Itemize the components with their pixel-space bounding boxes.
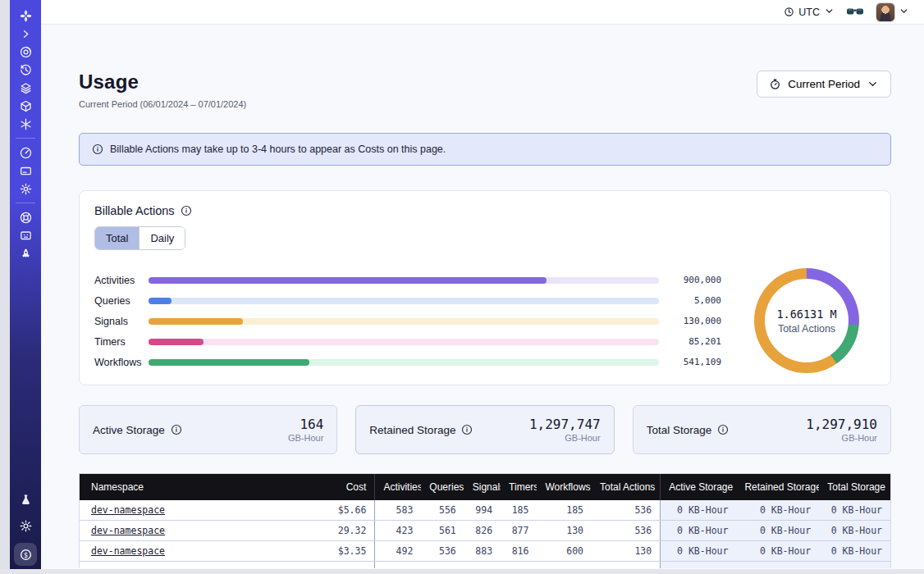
info-icon[interactable] xyxy=(461,424,473,435)
col-signals: Signals xyxy=(464,474,501,500)
bar-label: Timers xyxy=(94,336,142,348)
cell-activities: 583 xyxy=(375,500,421,521)
cell-active-storage: 0 KB-Hour xyxy=(661,500,737,521)
labs-flask-icon[interactable] xyxy=(15,490,36,508)
cell-total-actions: 130 xyxy=(592,541,661,562)
usage-gauge-icon[interactable] xyxy=(15,144,36,162)
layers-icon[interactable] xyxy=(15,79,36,97)
window-gutter xyxy=(0,0,10,574)
col-queries: Queries xyxy=(421,474,464,500)
col-retained-storage: Retained Storage xyxy=(736,474,819,500)
timezone-selector[interactable]: UTC xyxy=(784,6,835,19)
bar-value: 85,201 xyxy=(670,336,721,347)
bottom-scroll-strip[interactable] xyxy=(0,569,924,574)
chevron-down-icon xyxy=(867,78,879,90)
total-actions-donut: 1.66131 M Total Actions xyxy=(738,268,876,373)
info-icon[interactable] xyxy=(171,424,182,435)
col-cost: Cost xyxy=(296,474,375,500)
asterisk-icon[interactable] xyxy=(15,115,36,133)
col-namespace: Namespace xyxy=(80,474,296,500)
cell-activities: 492 xyxy=(375,541,421,562)
page-subtitle: Current Period (06/01/2024 – 07/01/2024) xyxy=(79,99,246,109)
total-storage-card: Total Storage 1,297,910 GB-Hour xyxy=(633,405,891,454)
bar-label: Signals xyxy=(94,316,142,327)
cell-timers: 816 xyxy=(501,541,537,562)
avatar xyxy=(876,2,895,22)
sidebar-bottom-group: $ xyxy=(14,490,37,566)
retained-storage-value: 1,297,747 xyxy=(529,417,601,432)
cell-activities: 423 xyxy=(375,521,421,541)
settings-gear-icon[interactable] xyxy=(15,180,36,198)
table-header-row: Namespace Cost Activities Queries Signal… xyxy=(80,474,890,500)
cell-total-storage: 0 KB-Hour xyxy=(819,500,890,521)
billable-actions-title: Billable Actions xyxy=(94,204,175,217)
namespace-link[interactable]: dev-namespace xyxy=(91,545,165,557)
bar-value: 5,000 xyxy=(670,295,721,306)
bar-row-signals: Signals 130,000 xyxy=(94,311,721,331)
cell-queries: 556 xyxy=(421,500,464,521)
tab-daily[interactable]: Daily xyxy=(139,227,185,249)
collapse-chevron-icon[interactable] xyxy=(15,25,36,43)
timezone-label: UTC xyxy=(798,7,820,18)
table-row-partial xyxy=(80,562,890,568)
feedback-monitor-icon[interactable] xyxy=(15,226,36,244)
chevron-down-icon xyxy=(899,5,909,20)
cell-active-storage: 0 KB-Hour xyxy=(661,541,737,562)
info-icon[interactable] xyxy=(181,205,192,216)
info-icon xyxy=(92,144,103,155)
table-row: dev-namespace $5.66 583 556 994 185 185 … xyxy=(80,500,890,521)
cell-queries: 561 xyxy=(421,521,464,541)
bar-row-workflows: Workflows 541,109 xyxy=(94,352,721,372)
support-lifebuoy-icon[interactable] xyxy=(15,208,36,226)
cell-total-storage: 0 KB-Hour xyxy=(819,521,890,541)
cell-cost: $3.35 xyxy=(296,541,375,562)
rocket-icon[interactable] xyxy=(15,244,36,262)
billable-actions-banner: Billable Actions may take up to 3-4 hour… xyxy=(79,133,891,166)
bar-label: Queries xyxy=(94,295,142,307)
billing-card-icon[interactable] xyxy=(15,162,36,180)
page-title: Usage xyxy=(79,71,246,93)
namespace-link[interactable]: dev-namespace xyxy=(91,525,165,536)
cell-active-storage: 0 KB-Hour xyxy=(661,521,737,541)
current-period-dropdown[interactable]: Current Period xyxy=(757,71,891,98)
cell-retained-storage: 0 KB-Hour xyxy=(736,500,819,521)
account-menu[interactable] xyxy=(876,2,909,22)
temporal-logo-icon[interactable] xyxy=(15,7,36,25)
cell-workflows: 185 xyxy=(537,500,592,521)
topbar: UTC xyxy=(41,0,924,25)
cell-total-actions: 536 xyxy=(592,500,661,521)
cell-timers: 877 xyxy=(501,521,537,541)
col-workflows: Workflows xyxy=(537,474,592,500)
stopwatch-icon xyxy=(769,78,781,90)
col-activities: Activities xyxy=(375,474,421,500)
cell-retained-storage: 0 KB-Hour xyxy=(736,541,819,562)
bar-row-timers: Timers 85,201 xyxy=(94,331,721,352)
bar-fill xyxy=(149,339,204,345)
period-button-label: Current Period xyxy=(788,78,860,90)
col-total-storage: Total Storage xyxy=(819,474,890,500)
cube-icon[interactable] xyxy=(15,97,36,115)
table-row: dev-namespace $3.35 492 536 883 816 600 … xyxy=(80,541,890,562)
svg-text:$: $ xyxy=(23,551,27,558)
banner-text: Billable Actions may take up to 3-4 hour… xyxy=(110,144,446,155)
info-icon[interactable] xyxy=(717,424,729,435)
glasses-icon[interactable] xyxy=(846,6,864,18)
donut-caption: Total Actions xyxy=(778,323,835,335)
retained-storage-card: Retained Storage 1,297,747 GB-Hour xyxy=(355,405,614,454)
tab-total[interactable]: Total xyxy=(95,227,139,249)
chevron-down-icon xyxy=(824,6,835,19)
col-active-storage: Active Storage xyxy=(661,474,737,500)
bar-fill xyxy=(149,277,547,284)
usage-coin-active-item[interactable]: $ xyxy=(14,543,37,566)
namespaces-icon[interactable] xyxy=(15,43,36,61)
billable-bar-chart: Activities 900,000 Queries 5,000 Signals… xyxy=(94,268,721,372)
sidebar-divider xyxy=(16,203,35,203)
total-storage-label: Total Storage xyxy=(647,424,712,436)
history-icon[interactable] xyxy=(15,61,36,79)
cell-workflows: 600 xyxy=(537,541,592,562)
theme-sun-icon[interactable] xyxy=(15,517,36,535)
bar-fill xyxy=(149,359,309,366)
active-storage-unit: GB-Hour xyxy=(288,433,323,443)
donut-total-value: 1.66131 M xyxy=(776,308,836,321)
namespace-link[interactable]: dev-namespace xyxy=(91,504,165,516)
